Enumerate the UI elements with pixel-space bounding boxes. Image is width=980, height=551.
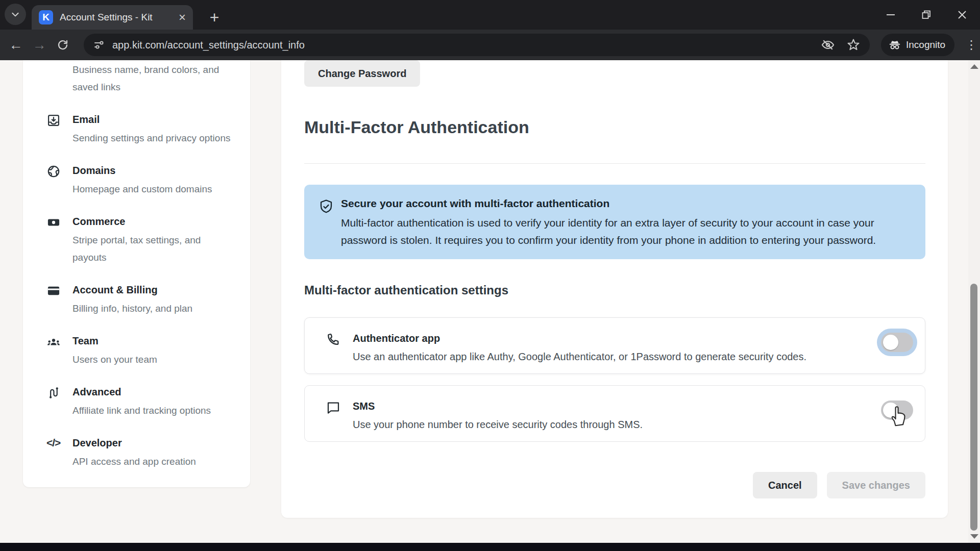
globe-icon	[46, 164, 61, 179]
settings-heading: Multi-factor authentication settings	[304, 283, 508, 297]
option-title: SMS	[353, 399, 864, 413]
url-bar[interactable]: app.kit.com/account_settings/account_inf…	[84, 34, 870, 56]
sidebar-item-desc: Stripe portal, tax settings, and payouts	[72, 232, 235, 266]
minimize-icon	[886, 10, 896, 20]
sidebar-item-team[interactable]: Team Users on your team	[46, 334, 235, 368]
phone-icon	[326, 332, 341, 347]
sidebar-item-desc: Homepage and custom domains	[72, 181, 235, 198]
page-content: Business name, brand colors, and saved l…	[0, 60, 980, 551]
sidebar-item-label: Account & Billing	[72, 283, 235, 297]
email-inbox-icon	[46, 113, 61, 128]
browser-toolbar: ← → app.kit.com/account_settings/account…	[0, 30, 980, 60]
tab-close-icon[interactable]: ×	[179, 11, 186, 23]
route-icon	[46, 386, 61, 400]
cancel-button[interactable]: Cancel	[753, 472, 817, 498]
restore-button[interactable]	[909, 0, 944, 30]
banknote-icon	[46, 215, 61, 230]
sidebar-item-desc: Affiliate link and tracking options	[72, 402, 235, 419]
settings-sidebar: Business name, brand colors, and saved l…	[23, 60, 250, 487]
sidebar-item-label: Email	[72, 112, 235, 127]
restore-icon	[921, 10, 932, 20]
sidebar-item-branding[interactable]: Business name, brand colors, and saved l…	[46, 61, 235, 96]
sidebar-item-desc: Sending settings and privacy options	[72, 130, 235, 147]
option-desc: Use an authenticator app like Authy, Goo…	[353, 349, 864, 364]
scrollbar-thumb[interactable]	[970, 284, 977, 531]
account-settings-panel: Change Password Multi-Factor Authenticat…	[281, 60, 948, 518]
section-divider	[304, 163, 925, 164]
tab-search-button[interactable]	[5, 4, 26, 25]
chat-bubble-icon	[326, 400, 341, 415]
sidebar-item-desc: Users on your team	[72, 351, 235, 368]
authenticator-toggle[interactable]	[881, 333, 913, 352]
sidebar-item-desc: Billing info, history, and plan	[72, 300, 235, 317]
browser-window: K Account Settings - Kit × + ← →	[0, 0, 980, 551]
bottom-bar	[0, 543, 980, 551]
reload-button[interactable]	[51, 39, 75, 51]
sidebar-item-label: Commerce	[72, 214, 235, 229]
info-box-body: Multi-factor authentication is used to v…	[341, 214, 911, 249]
site-info-icon[interactable]	[93, 39, 105, 51]
browser-menu-icon[interactable]: ⋮	[963, 38, 980, 52]
incognito-badge: Incognito	[881, 34, 954, 56]
minimize-button[interactable]	[873, 0, 909, 30]
info-box-title: Secure your account with multi-factor au…	[341, 197, 911, 210]
code-icon: </>	[46, 437, 61, 451]
tab-strip: K Account Settings - Kit × +	[0, 0, 980, 30]
bookmark-star-icon[interactable]	[846, 38, 861, 52]
eye-off-icon[interactable]	[821, 38, 835, 52]
close-icon	[957, 10, 967, 20]
credit-card-icon	[46, 284, 61, 298]
sidebar-item-label: Team	[72, 334, 235, 348]
sidebar-item-email[interactable]: Email Sending settings and privacy optio…	[46, 112, 235, 147]
sidebar-item-label: Domains	[72, 163, 235, 178]
chevron-down-icon	[11, 10, 20, 19]
sidebar-item-commerce[interactable]: Commerce Stripe portal, tax settings, an…	[46, 214, 235, 266]
option-title: Authenticator app	[353, 331, 864, 345]
sidebar-item-label: Developer	[72, 436, 235, 450]
team-people-icon	[46, 335, 61, 349]
save-changes-button[interactable]: Save changes	[827, 472, 925, 498]
page-scrollbar[interactable]	[968, 60, 980, 543]
sidebar-item-developer[interactable]: </> Developer API access and app creatio…	[46, 436, 235, 470]
forward-button[interactable]: →	[28, 37, 51, 53]
url-text[interactable]: app.kit.com/account_settings/account_inf…	[112, 39, 815, 51]
tab-title: Account Settings - Kit	[60, 12, 174, 23]
sidebar-item-domains[interactable]: Domains Homepage and custom domains	[46, 163, 235, 198]
change-password-button[interactable]: Change Password	[304, 60, 420, 87]
sidebar-item-account-billing[interactable]: Account & Billing Billing info, history,…	[46, 283, 235, 317]
form-actions: Cancel Save changes	[753, 472, 925, 498]
incognito-label: Incognito	[906, 39, 945, 51]
mouse-cursor-icon	[887, 401, 910, 428]
back-button[interactable]: ←	[4, 37, 28, 53]
scrollbar-down-arrow-icon[interactable]	[970, 534, 978, 539]
window-controls	[873, 0, 980, 30]
kit-favicon-icon: K	[39, 10, 53, 24]
sidebar-item-label: Advanced	[72, 385, 235, 399]
authenticator-app-card: Authenticator app Use an authenticator a…	[304, 317, 925, 374]
mfa-info-box: Secure your account with multi-factor au…	[304, 185, 925, 259]
scrollbar-up-arrow-icon[interactable]	[970, 64, 978, 69]
sidebar-item-desc: Business name, brand colors, and saved l…	[72, 61, 235, 96]
sidebar-item-advanced[interactable]: Advanced Affiliate link and tracking opt…	[46, 385, 235, 419]
toggle-knob	[883, 335, 898, 350]
page-title: Multi-Factor Authentication	[304, 117, 529, 137]
shield-check-icon	[318, 199, 334, 214]
option-desc: Use your phone number to receive securit…	[353, 417, 864, 432]
sidebar-item-desc: API access and app creation	[72, 453, 235, 470]
close-window-button[interactable]	[944, 0, 980, 30]
new-tab-button[interactable]: +	[203, 6, 226, 29]
browser-tab[interactable]: K Account Settings - Kit ×	[32, 5, 193, 30]
sms-card: SMS Use your phone number to receive sec…	[304, 385, 925, 442]
incognito-icon	[888, 38, 901, 52]
